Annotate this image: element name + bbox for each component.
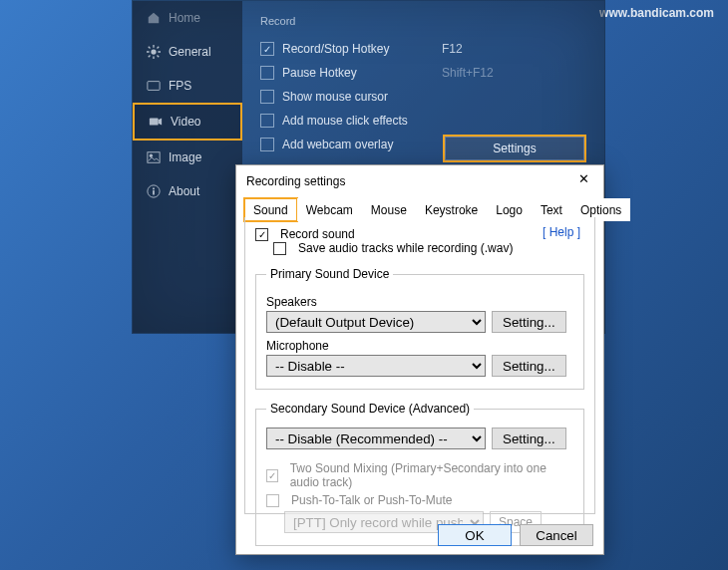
option-label: Add mouse click effects <box>282 114 442 128</box>
recording-settings-dialog: Recording settings ✕ Sound Webcam Mouse … <box>235 164 604 555</box>
sidebar-item-about[interactable]: About <box>133 174 242 208</box>
secondary-setting-button[interactable]: Setting... <box>492 428 566 449</box>
video-icon <box>149 115 163 129</box>
ok-button[interactable]: OK <box>438 524 512 546</box>
help-link[interactable]: [ Help ] <box>543 225 580 239</box>
sidebar-item-home[interactable]: Home <box>133 1 242 35</box>
sidebar-item-label: Image <box>169 150 201 164</box>
sidebar-item-video[interactable]: Video <box>133 103 242 141</box>
checkbox[interactable] <box>260 90 274 104</box>
option-label: Show mouse cursor <box>282 90 442 104</box>
option-value: F12 <box>442 42 463 56</box>
gear-icon <box>147 45 161 59</box>
option-label: Record/Stop Hotkey <box>282 42 442 56</box>
checkbox[interactable] <box>260 138 274 151</box>
ptt-checkbox <box>266 494 279 507</box>
svg-rect-7 <box>153 188 155 190</box>
svg-point-4 <box>150 154 153 157</box>
svg-rect-2 <box>150 119 159 126</box>
close-icon[interactable]: ✕ <box>571 171 595 191</box>
sidebar-item-label: FPS <box>169 79 191 93</box>
sidebar-item-label: About <box>169 184 199 198</box>
sidebar-item-general[interactable]: General <box>133 35 242 69</box>
speakers-setting-button[interactable]: Setting... <box>492 311 566 333</box>
save-wav-label: Save audio tracks while recording (.wav) <box>298 241 513 255</box>
svg-rect-3 <box>148 152 160 163</box>
primary-legend: Primary Sound Device <box>266 267 393 281</box>
option-row: Show mouse cursor <box>260 85 586 109</box>
svg-rect-6 <box>153 190 155 194</box>
record-sound-label: Record sound <box>280 227 355 241</box>
microphone-setting-button[interactable]: Setting... <box>492 355 566 377</box>
checkbox[interactable] <box>260 114 274 128</box>
sidebar-item-fps[interactable]: FPS <box>133 69 242 103</box>
option-label: Pause Hotkey <box>282 66 442 80</box>
svg-rect-1 <box>148 82 160 91</box>
option-row: Add mouse click effects <box>260 109 586 133</box>
sidebar-item-label: General <box>169 45 211 59</box>
dialog-body: [ Help ] Record sound Save audio tracks … <box>244 217 595 514</box>
secondary-legend: Secondary Sound Device (Advanced) <box>266 402 474 416</box>
dialog-title: Recording settings <box>246 174 345 188</box>
home-icon <box>147 11 161 25</box>
ptt-label: Push-To-Talk or Push-To-Mute <box>291 493 452 507</box>
two-sound-mixing-checkbox <box>266 469 278 482</box>
record-sound-checkbox[interactable] <box>255 228 268 241</box>
checkbox[interactable] <box>260 42 274 56</box>
option-row: Pause Hotkey Shift+F12 <box>260 61 586 85</box>
watermark: www.bandicam.com <box>599 6 714 20</box>
sidebar: Home General FPS Video Image About <box>133 1 242 333</box>
save-wav-checkbox[interactable] <box>273 242 286 255</box>
cancel-button[interactable]: Cancel <box>520 524 593 546</box>
fps-icon <box>147 79 161 93</box>
two-sound-mixing-label: Two Sound Mixing (Primary+Secondary into… <box>290 461 573 489</box>
image-icon <box>147 150 161 164</box>
info-icon <box>147 184 161 198</box>
checkbox[interactable] <box>260 66 274 80</box>
option-value: Shift+F12 <box>442 66 494 80</box>
microphone-label: Microphone <box>266 339 573 353</box>
sidebar-item-label: Video <box>171 115 200 129</box>
microphone-select[interactable]: -- Disable -- <box>266 355 486 377</box>
sidebar-item-image[interactable]: Image <box>133 141 242 174</box>
secondary-select[interactable]: -- Disable (Recommended) -- <box>266 428 486 449</box>
speakers-label: Speakers <box>266 295 573 309</box>
option-label: Add webcam overlay <box>282 138 442 151</box>
primary-device-group: Primary Sound Device Speakers (Default O… <box>255 267 584 390</box>
panel-heading: Record <box>260 15 586 27</box>
speakers-select[interactable]: (Default Output Device) <box>266 311 486 333</box>
svg-point-0 <box>151 49 156 54</box>
sidebar-item-label: Home <box>169 11 200 25</box>
settings-button[interactable]: Settings <box>445 137 584 160</box>
option-row: Record/Stop Hotkey F12 <box>260 37 586 61</box>
